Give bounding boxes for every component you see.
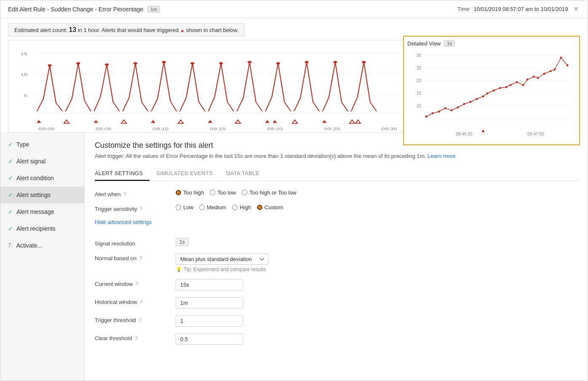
- sidebar-item-activate[interactable]: 7. Activate...: [0, 237, 84, 254]
- learn-more-link[interactable]: Learn more: [428, 153, 455, 159]
- alert-when-help-icon[interactable]: ?: [123, 192, 126, 197]
- sidebar-item-alert-recipients[interactable]: ✓ Alert recipients: [0, 220, 84, 237]
- radio-custom[interactable]: Custom: [257, 204, 283, 210]
- tabs: ALERT SETTINGS SIMULATED EVENTS DATA TAB…: [95, 167, 577, 181]
- svg-text:09:20: 09:20: [267, 126, 283, 131]
- radio-too-high[interactable]: Too high: [176, 189, 204, 196]
- svg-point-72: [482, 96, 484, 98]
- svg-text:09:00: 09:00: [39, 126, 55, 131]
- detail-chart-title: Detailed View: [407, 40, 441, 47]
- current-window-label: Current window ?: [95, 279, 171, 287]
- normal-based-on-select[interactable]: Mean plus standard deviation Mean Median: [176, 253, 268, 265]
- radio-high[interactable]: High: [232, 204, 251, 210]
- sidebar-label-alert-signal: Alert signal: [16, 158, 45, 165]
- svg-text:15: 15: [417, 91, 422, 96]
- normal-based-on-controls: Mean plus standard deviation Mean Median…: [176, 253, 268, 272]
- radio-too-low-input[interactable]: [210, 190, 215, 195]
- svg-point-17: [305, 61, 309, 64]
- radio-too-high-input[interactable]: [176, 190, 181, 195]
- sidebar-item-type[interactable]: ✓ Type: [0, 136, 84, 153]
- clear-threshold-input[interactable]: [176, 333, 243, 345]
- svg-text:09:05: 09:05: [96, 126, 112, 131]
- trigger-threshold-input[interactable]: [176, 315, 243, 327]
- radio-too-high-or-low[interactable]: Too high or Too low: [242, 189, 297, 196]
- header-left: Edit Alert Rule - Sudden Change - Error …: [8, 6, 160, 13]
- trigger-sensitivity-label: Trigger sensitivity ?: [95, 204, 171, 212]
- svg-point-71: [476, 98, 478, 100]
- svg-text:△: △: [64, 118, 69, 124]
- trigger-sensitivity-row: Trigger sensitivity ? Low Medium: [95, 204, 577, 212]
- detail-chart-header: Detailed View 1s: [407, 40, 576, 47]
- check-icon-type: ✓: [8, 141, 13, 148]
- alert-when-label: Alert when ?: [95, 189, 171, 197]
- sidebar-item-alert-signal[interactable]: ✓ Alert signal: [0, 153, 84, 170]
- svg-point-83: [543, 73, 545, 75]
- sidebar-label-alert-settings: Alert settings: [16, 192, 51, 198]
- svg-point-73: [486, 93, 489, 95]
- current-window-help-icon[interactable]: ?: [136, 281, 139, 287]
- modal-title: Edit Alert Rule - Sudden Change - Error …: [8, 6, 143, 13]
- radio-low-input[interactable]: [176, 205, 181, 210]
- svg-text:15: 15: [20, 51, 27, 56]
- svg-point-18: [333, 61, 337, 64]
- svg-point-10: [105, 64, 109, 66]
- tip-icon: 💡: [176, 266, 182, 272]
- alert-settings-form: Alert when ? Too high Too low: [95, 189, 577, 345]
- svg-point-66: [444, 107, 446, 109]
- sidebar-label-type: Type: [16, 141, 29, 148]
- clear-threshold-row: Clear threshold ?: [95, 333, 577, 345]
- svg-text:△: △: [121, 118, 127, 124]
- svg-point-68: [457, 107, 459, 109]
- current-window-input[interactable]: [176, 279, 243, 290]
- svg-text:△△: △△: [349, 118, 361, 124]
- alert-count-suffix: in 1 hour. Alerts that would have trigge…: [76, 27, 180, 33]
- check-icon-alert-settings: ✓: [8, 192, 13, 198]
- modal-header: Edit Alert Rule - Sudden Change - Error …: [0, 0, 588, 18]
- trigger-sensitivity-help-icon[interactable]: ?: [140, 206, 143, 212]
- normal-based-on-label: Normal based on ?: [95, 253, 171, 261]
- hide-advanced-link[interactable]: Hide advanced settings: [95, 219, 152, 225]
- radio-medium-input[interactable]: [199, 205, 205, 210]
- sidebar-item-alert-message[interactable]: ✓ Alert message: [0, 203, 84, 220]
- tab-alert-settings[interactable]: ALERT SETTINGS: [95, 167, 150, 181]
- radio-custom-label: Custom: [265, 204, 283, 210]
- sidebar-item-alert-condition[interactable]: ✓ Alert condition: [0, 170, 84, 187]
- radio-custom-input[interactable]: [257, 205, 262, 210]
- alert-when-row: Alert when ? Too high Too low: [95, 189, 577, 197]
- svg-point-67: [451, 109, 453, 112]
- svg-point-77: [510, 84, 512, 86]
- svg-text:▲: ▲: [206, 118, 214, 124]
- clear-threshold-help-icon[interactable]: ?: [135, 336, 138, 341]
- radio-low[interactable]: Low: [176, 204, 193, 210]
- svg-text:△: △: [235, 118, 241, 124]
- tab-data-table[interactable]: DATA TABLE: [226, 167, 266, 181]
- svg-text:▲: ▲: [35, 118, 43, 124]
- radio-low-label: Low: [183, 204, 193, 210]
- normal-based-on-help-icon[interactable]: ?: [139, 256, 142, 261]
- sidebar-label-alert-recipients: Alert recipients: [16, 225, 56, 232]
- svg-text:▲▲: ▲▲: [264, 118, 279, 124]
- radio-too-high-or-low-input[interactable]: [242, 190, 247, 195]
- svg-text:09:30: 09:30: [381, 126, 397, 131]
- sidebar-item-alert-settings[interactable]: ✓ Alert settings: [0, 187, 84, 203]
- radio-high-input[interactable]: [232, 205, 238, 210]
- header-badge: 1m: [147, 6, 160, 13]
- svg-point-80: [527, 79, 529, 81]
- sidebar-label-activate: Activate...: [16, 242, 42, 249]
- clear-threshold-label: Clear threshold ?: [95, 333, 171, 341]
- historical-window-row: Historical window ?: [95, 297, 577, 309]
- tab-simulated-events[interactable]: SIMULATED EVENTS: [156, 167, 219, 181]
- historical-window-help-icon[interactable]: ?: [140, 299, 143, 305]
- trigger-threshold-help-icon[interactable]: ?: [139, 317, 142, 323]
- radio-medium[interactable]: Medium: [199, 204, 226, 210]
- historical-window-input[interactable]: [176, 297, 243, 309]
- svg-point-9: [76, 62, 80, 65]
- radio-too-low[interactable]: Too low: [210, 189, 236, 196]
- signal-resolution-value: 1s: [176, 238, 189, 246]
- alert-triangle-icon: ▲: [180, 28, 185, 33]
- close-button[interactable]: ×: [572, 5, 580, 13]
- svg-text:09:25: 09:25: [324, 126, 340, 131]
- svg-point-75: [499, 87, 501, 89]
- svg-text:▲: ▲: [321, 118, 328, 124]
- alert-count-banner: Estimated alert count: 13 in 1 hour. Ale…: [8, 23, 245, 37]
